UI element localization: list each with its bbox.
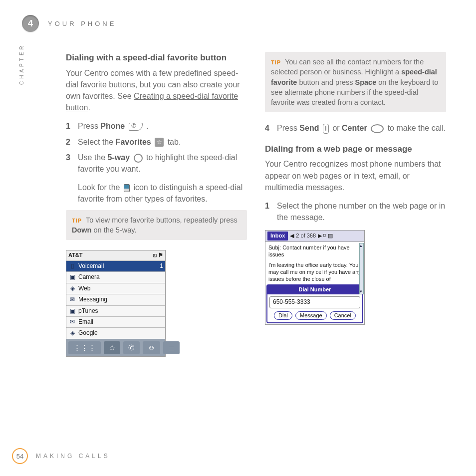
inbox-header: Inbox ◀2 of 368▶ ⌑ ▤	[265, 231, 364, 241]
fav-row: ◈Web	[66, 283, 165, 294]
dialog-number: 650-555-3333	[269, 296, 360, 308]
calllog-icon: ✆	[123, 341, 140, 354]
step-3-note: Look for the icon to distinguish a speed…	[66, 182, 247, 205]
step-3: Use the 5-way to highlight the speed-dia…	[78, 152, 247, 175]
step-2: Select the Favorites tab.	[78, 136, 247, 148]
favorites-screenshot: AT&T ⏍ ⚑ ▯Voicemail1 ▣Camera ◈Web ✉Messa…	[66, 250, 166, 356]
inbox-counter: 2 of 368	[296, 232, 316, 240]
scrollbar-icon	[359, 243, 364, 294]
step-1: Press Phone .	[78, 120, 247, 132]
intro-paragraph: Your Centro comes with a few predefined …	[66, 67, 247, 114]
fav-row: ▣Camera	[66, 271, 165, 282]
contacts-icon: ☺	[143, 341, 160, 354]
page-footer: 54 MAKING CALLS	[12, 448, 110, 464]
phone-key-icon	[129, 123, 143, 131]
footer-section: MAKING CALLS	[36, 453, 110, 460]
dialpad-icon: ⋮⋮⋮	[68, 341, 101, 354]
fav-row: ✉Messaging	[66, 294, 165, 305]
message-subject: Subj: Contact number if you have issues	[268, 244, 361, 258]
favorites-tab-icon: ☆	[104, 341, 120, 354]
section-heading: Dialing from a web page or message	[265, 143, 446, 156]
list-icon: ≣	[163, 341, 180, 354]
tip-box: TIP To view more favorite buttons, repea…	[66, 210, 247, 240]
step-number: 1	[66, 120, 78, 132]
fav-row: ▣pTunes	[66, 305, 165, 316]
message-body: Subj: Contact number if you have issues …	[265, 241, 364, 295]
page-header: 4 YOUR PHONE	[22, 15, 446, 32]
tip-label: TIP	[271, 59, 281, 65]
step-number: 1	[265, 200, 277, 223]
step-number: 2	[66, 136, 78, 148]
tip-box: TIP You can see all the contact numbers …	[265, 52, 446, 112]
paragraph: Your Centro recognizes most phone number…	[265, 158, 446, 193]
five-way-icon	[134, 154, 143, 163]
chapter-badge: 4	[22, 15, 39, 32]
header-title: YOUR PHONE	[48, 20, 116, 27]
fav-row: ✉Email	[66, 316, 165, 327]
center-key-icon	[371, 124, 384, 133]
phone-mini-icon	[124, 184, 130, 192]
step-number: 4	[265, 122, 277, 134]
carrier-label: AT&T	[68, 251, 83, 259]
inbox-label: Inbox	[267, 232, 288, 240]
right-column: TIP You can see all the contact numbers …	[265, 52, 446, 357]
fav-row: ◈Google	[66, 327, 165, 338]
inbox-screenshot: Inbox ◀2 of 368▶ ⌑ ▤ Subj: Contact numbe…	[265, 230, 365, 325]
section-heading: Dialing with a speed-dial favorite butto…	[66, 52, 247, 64]
left-column: Dialing with a speed-dial favorite butto…	[66, 52, 247, 357]
tip-label: TIP	[72, 218, 82, 224]
status-icons: ⏍ ⚑	[153, 251, 163, 259]
fav-row-voicemail: ▯Voicemail1	[66, 260, 165, 271]
chapter-side-label: CHAPTER	[19, 45, 24, 85]
step-1: Select the phone number on the web page …	[277, 200, 446, 223]
favorites-star-icon	[155, 138, 164, 147]
step-4: Press Send or Center to make the call.	[277, 122, 446, 134]
page-number: 54	[12, 448, 28, 464]
send-key-icon	[323, 124, 329, 134]
cancel-button[interactable]: Cancel	[330, 311, 356, 320]
message-text: I'm leaving the office early today. You …	[268, 261, 361, 283]
step-number: 3	[66, 152, 78, 175]
message-button[interactable]: Message	[295, 311, 327, 320]
status-bar: AT&T ⏍ ⚑	[66, 250, 165, 260]
tab-bar: ⋮⋮⋮ ☆ ✆ ☺ ≣	[66, 339, 165, 356]
dial-button[interactable]: Dial	[274, 311, 292, 320]
